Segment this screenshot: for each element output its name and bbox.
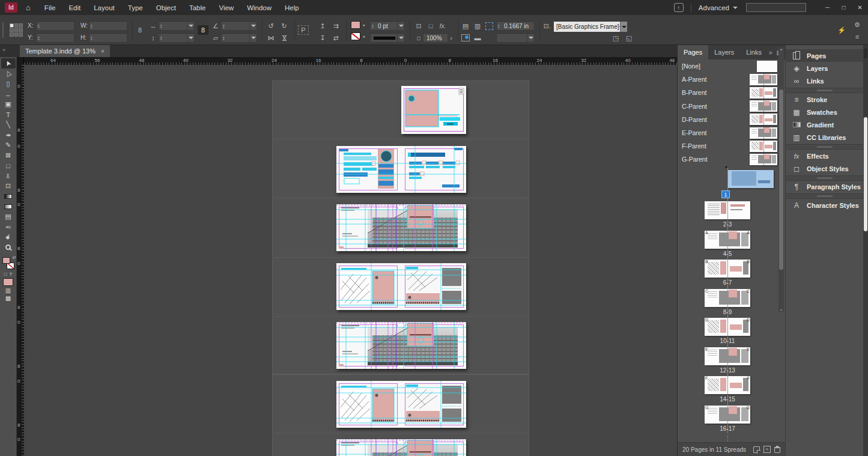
- share-icon[interactable]: ↑: [674, 3, 684, 12]
- constrain-scale-icon[interactable]: 8: [198, 25, 208, 35]
- dock-divider[interactable]: [786, 193, 863, 199]
- menu-file[interactable]: File: [38, 4, 62, 11]
- pages-spread-12-13[interactable]: EE12-13: [705, 347, 750, 374]
- wrap-jump-icon[interactable]: ▬: [472, 33, 483, 43]
- stepper-icon[interactable]: [160, 23, 165, 28]
- parent-row-eparent[interactable]: E-Parent: [678, 126, 780, 139]
- ruler-origin[interactable]: [17, 57, 24, 65]
- distribute-horizontal-icon[interactable]: ⇉: [330, 21, 341, 31]
- edit-page-size-icon[interactable]: [753, 446, 760, 453]
- scale-x-field[interactable]: [159, 21, 195, 31]
- w-field[interactable]: [89, 21, 127, 31]
- stepper-icon[interactable]: [91, 23, 95, 28]
- gear-icon[interactable]: ⚙: [852, 20, 863, 29]
- spread-10-11[interactable]: [336, 381, 466, 428]
- horizontal-ruler[interactable]: 645648403224168081624324048: [24, 57, 677, 65]
- gradient-swatch-tool[interactable]: [1, 191, 16, 201]
- fill-color-swatch[interactable]: [351, 21, 360, 29]
- stepper-icon[interactable]: [223, 35, 227, 40]
- maximize-button[interactable]: □: [836, 0, 852, 15]
- rotate-cw-icon[interactable]: ↻: [279, 21, 290, 31]
- pages-spread-4-5[interactable]: AA4-5: [705, 231, 750, 257]
- pages-spread-14-15[interactable]: FF14-15: [705, 376, 750, 403]
- menu-object[interactable]: Object: [150, 4, 183, 11]
- menu-table[interactable]: Table: [183, 4, 213, 11]
- collapse-panel-icon[interactable]: »: [769, 49, 772, 56]
- dock-item-layers[interactable]: ◈Layers: [786, 62, 863, 74]
- parent-row-gparent[interactable]: G-Parent: [678, 153, 780, 166]
- parent-row-fparent[interactable]: F-Parent: [678, 139, 780, 153]
- stepper-icon[interactable]: [160, 35, 165, 40]
- stepper-icon[interactable]: [372, 23, 376, 28]
- gradient-feather-tool[interactable]: [1, 201, 16, 211]
- dock-divider[interactable]: [786, 144, 863, 150]
- workspace-switcher[interactable]: Advanced: [699, 4, 738, 11]
- delete-page-icon[interactable]: [774, 447, 780, 453]
- constrain-dimensions-icon[interactable]: 8: [135, 25, 145, 35]
- toolbar-fill-swatch[interactable]: [2, 257, 10, 264]
- scissors-tool[interactable]: ✂: [1, 171, 16, 181]
- content-collector-tool[interactable]: ▣: [1, 99, 16, 109]
- panel-grip[interactable]: [2, 22, 4, 38]
- flip-horizontal-icon[interactable]: ⋈: [266, 33, 276, 43]
- screen-mode-icon[interactable]: ▥: [5, 287, 11, 294]
- selection-tool[interactable]: ➤: [1, 58, 16, 68]
- wrap-bounding-box-icon[interactable]: ▥: [472, 21, 483, 31]
- note-tool[interactable]: ▤: [1, 211, 16, 222]
- menu-window[interactable]: Window: [240, 4, 278, 11]
- double-chevron-icon[interactable]: »: [2, 47, 5, 53]
- dock-item-links[interactable]: ∞Links: [786, 75, 863, 88]
- search-input[interactable]: [746, 3, 806, 12]
- direct-selection-tool[interactable]: ▷: [1, 68, 16, 79]
- parent-row-aparent[interactable]: A-Parent: [678, 73, 780, 86]
- tab-pages[interactable]: Pages: [678, 45, 708, 59]
- stepper-icon[interactable]: [38, 23, 42, 28]
- stepper-icon[interactable]: [91, 35, 95, 40]
- dropdown-arrow[interactable]: [249, 22, 256, 30]
- menu-layout[interactable]: Layout: [87, 4, 121, 11]
- parent-row-bparent[interactable]: B-Parent: [678, 86, 780, 99]
- stroke-menu-arrow[interactable]: ▸: [362, 32, 367, 40]
- clear-overrides-icon[interactable]: ◳: [610, 33, 621, 43]
- opacity-menu-arrow[interactable]: ›: [448, 33, 454, 43]
- corner-options-icon[interactable]: ⊡.: [542, 21, 553, 31]
- opacity-field[interactable]: 100%: [423, 33, 448, 43]
- stroke-color-swatch[interactable]: [351, 32, 360, 40]
- fit-frame-icon[interactable]: □: [425, 21, 436, 31]
- panel-menu-icon[interactable]: ≡: [852, 32, 863, 41]
- dock-item-effects[interactable]: fxEffects: [786, 150, 863, 162]
- distribute-vertical-icon[interactable]: ⇄: [330, 33, 341, 43]
- spread-8-9[interactable]: [336, 322, 466, 369]
- object-style-dropdown[interactable]: [Basic Graphics Frame]+: [554, 22, 627, 32]
- formatting-affects-container-icon[interactable]: □: [4, 272, 7, 277]
- dock-item-swatches[interactable]: ▦Swatches: [786, 106, 863, 118]
- dock-scrollbar[interactable]: [863, 45, 868, 456]
- spread-6-7[interactable]: [336, 263, 466, 310]
- spread-2-3[interactable]: [336, 146, 466, 193]
- effects-menu-icon[interactable]: fx.: [437, 21, 448, 31]
- h-field[interactable]: [89, 33, 127, 43]
- vertical-ruler[interactable]: 0808080808080: [17, 65, 24, 456]
- y-field[interactable]: [36, 33, 74, 43]
- tab-layers[interactable]: Layers: [708, 45, 740, 59]
- dropdown-arrow[interactable]: [397, 22, 404, 30]
- close-button[interactable]: ✕: [852, 0, 868, 15]
- wrap-none-icon[interactable]: ▤: [460, 21, 471, 31]
- zoom-tool[interactable]: [1, 242, 16, 252]
- shear-angle-field[interactable]: [221, 33, 257, 43]
- stepper-icon[interactable]: [223, 23, 227, 28]
- dock-item-cc-libraries[interactable]: ▥CC Libraries: [786, 132, 863, 144]
- minimize-button[interactable]: ─: [819, 0, 836, 15]
- hand-tool[interactable]: ☛: [1, 232, 16, 242]
- wrap-object-shape-icon[interactable]: [461, 34, 470, 41]
- flip-vertical-icon[interactable]: ⋈: [279, 33, 290, 43]
- scale-y-field[interactable]: [159, 33, 195, 43]
- rotation-angle-field[interactable]: [221, 21, 257, 31]
- document-tab[interactable]: Template 3.indd @ 13% ×: [20, 45, 110, 57]
- frame-tool[interactable]: ⊠: [1, 150, 16, 160]
- collapse-dock-button[interactable]: [864, 49, 867, 58]
- pages-spread-10-11[interactable]: DD10-11: [705, 318, 750, 344]
- break-link-style-icon[interactable]: ◱: [624, 33, 634, 43]
- parent-row-dparent[interactable]: D-Parent: [678, 113, 780, 126]
- dock-item-paragraph-styles[interactable]: ¶Paragraph Styles: [786, 181, 863, 193]
